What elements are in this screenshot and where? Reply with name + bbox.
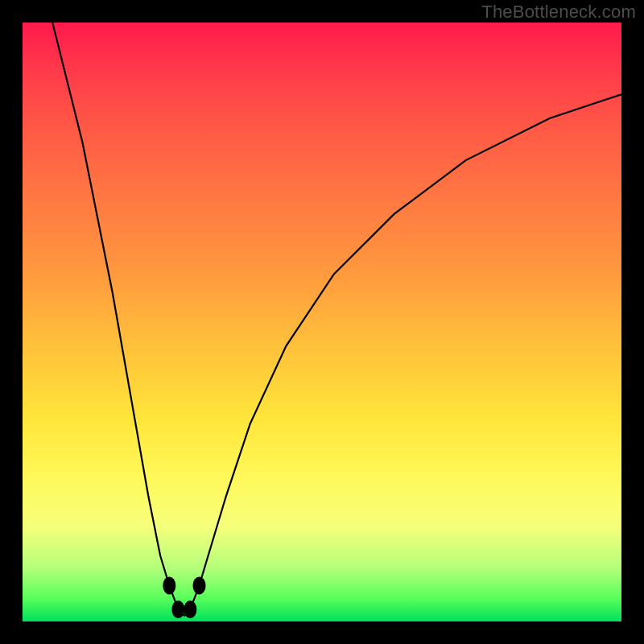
highlight-marker xyxy=(163,576,175,594)
highlight-marker xyxy=(193,576,206,594)
curve-svg xyxy=(23,23,621,621)
marker-group xyxy=(163,576,205,618)
watermark-text: TheBottleneck.com xyxy=(481,2,636,23)
chart-frame: TheBottleneck.com xyxy=(0,0,644,644)
plot-area xyxy=(23,23,621,621)
highlight-marker xyxy=(171,601,184,618)
bottleneck-curve xyxy=(52,23,621,616)
highlight-marker xyxy=(184,601,196,618)
